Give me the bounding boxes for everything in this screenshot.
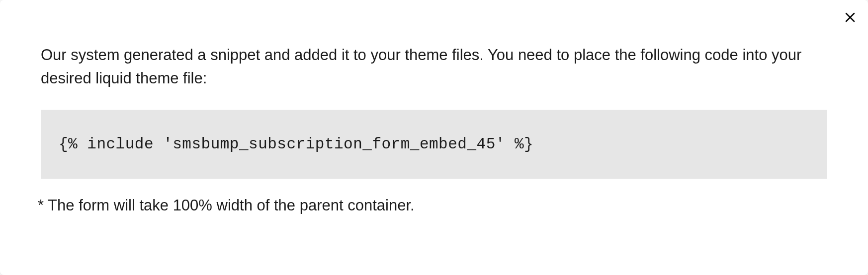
code-snippet: {% include 'smsbump_subscription_form_em… [59,136,533,153]
close-button[interactable] [841,9,859,27]
snippet-modal: Our system generated a snippet and added… [0,0,868,275]
close-icon [844,11,856,25]
code-block: {% include 'smsbump_subscription_form_em… [41,110,827,179]
note-text: * The form will take 100% width of the p… [38,197,827,214]
instruction-text: Our system generated a snippet and added… [41,44,827,90]
